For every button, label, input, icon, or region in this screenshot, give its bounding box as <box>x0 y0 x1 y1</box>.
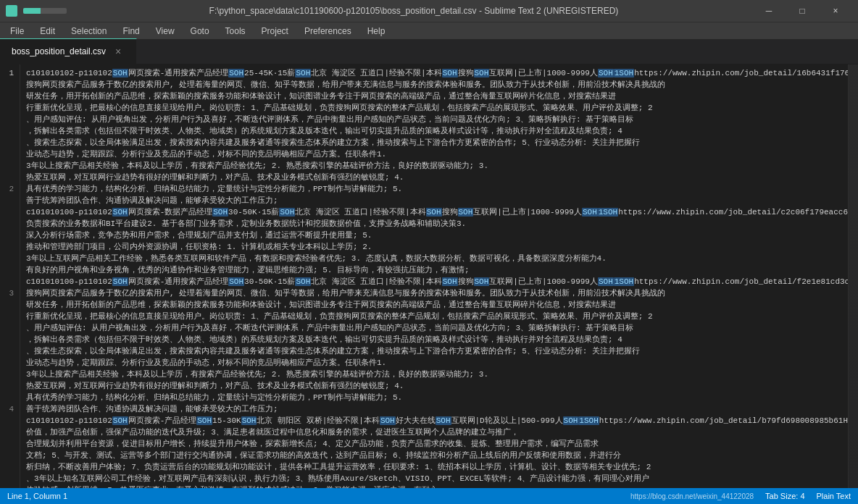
close-button[interactable]: × <box>819 0 852 22</box>
tabbar: boss_position_detail.csv × <box>0 39 858 64</box>
line-num-7 <box>0 137 14 148</box>
line-num-8 <box>0 148 14 160</box>
line-num-2-8 <box>0 264 14 276</box>
editor-main: 1 2 3 4 <box>0 64 858 488</box>
menu-edit[interactable]: Edit <box>33 25 62 38</box>
tab-label: boss_position_detail.csv <box>12 46 106 56</box>
code-line-3: c101010100-p110102SOH网页搜索-通用搜索产品经理SOH30-… <box>26 276 848 287</box>
code-line-2c: 深入分析行场需求，竞争态势和用户需求，合理规划产品并支付划，通过运营不断提升使用… <box>26 230 848 241</box>
line-num-1: 1 <box>0 67 14 79</box>
line-num-6 <box>0 125 14 137</box>
menu-view[interactable]: View <box>149 25 182 38</box>
window-title: F:\python_space\data\c101190600-p120105\… <box>75 6 752 16</box>
code-line-2b: 负责搜索的业务数据和BI平台建设2. 基于各部门业务需求，定制业务数据统计和挖掘… <box>26 218 848 230</box>
menubar: File Edit Selection Find View Goto Tools… <box>0 22 858 39</box>
line-num-2 <box>0 79 14 91</box>
code-line-1b: 搜狗网页搜索产品服务于数亿的搜索用户, 处理着海量的网页、微信、知乎等数据，给用… <box>26 79 848 91</box>
code-line-1c: 研发任务，用开拓创新的产品思维，探索新颖的搜索服务功能和体验设计，知识图谱业务专… <box>26 91 848 102</box>
menu-file[interactable]: File <box>3 25 31 38</box>
tab-size: Tab Size: 4 <box>765 492 804 500</box>
line-numbers: 1 2 3 4 <box>0 64 20 488</box>
title-progress <box>23 8 67 14</box>
app-icon <box>6 5 17 17</box>
code-line-4d: 文档; 5、与开发、测试、运营等多个部门进行交沟通协调，保证需求功能的高效迭代，… <box>26 450 848 461</box>
code-line-3i: 3年以上搜索产品相关经验，本科及以上学历，有搜索产品经验优先; 2. 熟悉搜索引… <box>26 369 848 380</box>
code-line-1g: 、搜索生态探索，以全局体验满足出发，搜索搜索内容共建及服务诸通等搜索生态体系的建… <box>26 137 848 148</box>
line-num-2-7 <box>0 253 14 264</box>
menu-selection[interactable]: Selection <box>64 25 114 38</box>
window-controls: ─ □ × <box>752 0 852 22</box>
line-num-4-6 <box>0 461 14 473</box>
line-num-4 <box>0 102 14 114</box>
line-num-2-6 <box>0 241 14 253</box>
code-line-1k: 具有优秀的学习能力，结构化分析、归纳和总结能力，定量统计与定性分析能力，PPT制… <box>26 183 848 195</box>
line-num-3-2 <box>0 299 14 311</box>
line-num-4-7 <box>0 473 14 484</box>
menu-find[interactable]: Find <box>115 25 146 38</box>
code-line-2e: 3年以上互联网产品相关工作经验，熟悉各类互联网和软件产品，有数据和搜索经验者优先… <box>26 253 848 264</box>
code-line-1j: 热爱互联网，对互联网行业趋势有很好的理解和判断力，对产品、技术及业务模式创新有强… <box>26 172 848 183</box>
line-num-3-8 <box>0 369 14 380</box>
code-line-4e: 析归纳，不断改善用户体验; 7、负责运营后台的功能规划和功能设计，提供各种工具提… <box>26 461 848 473</box>
code-line-4b: 价值，加强产品创新，强保产品功能的迭代及升级; 3、满足患者就医过程中信息化和服… <box>26 427 848 438</box>
code-line-3g: 、搜索生态探索，以全局体验满足出发，搜索搜索内容共建及服务诸通等搜索生态体系的建… <box>26 345 848 357</box>
code-line-4f: 、3年以上知名互联网公司工作经验，对互联网产品有深刻认识，执行力强; 3、熟练使… <box>26 473 848 484</box>
code-line-4: c101010102-p110102SOH网页搜索-产品经理SOH15-30KS… <box>26 415 848 427</box>
code-line-2f: 有良好的用户视角和业务视角，优秀的沟通协作和业务管理能力，逻辑思维能力强; 5.… <box>26 264 848 276</box>
titlebar: F:\python_space\data\c101190600-p120105\… <box>0 0 858 22</box>
code-line-3e: 、用户感知评估: 从用户视角出发，分析用户行为及喜好，不断迭代评测体系，产品中衡… <box>26 322 848 334</box>
code-line-1d: 行重新优化呈现，把最核心的信息直接呈现给用户。岗位职责: 1、产品基础规划，负责… <box>26 102 848 114</box>
menu-preferences[interactable]: Preferences <box>297 25 359 38</box>
watermark: https://blog.csdn.net/weixin_44122028 <box>630 492 754 500</box>
code-line-1e: 、用户感知评估: 从用户视角出发，分析用户行为及喜好，不断迭代评测体系，产品中衡… <box>26 114 848 125</box>
code-line-3k: 具有优秀的学习能力，结构化分析、归纳和总结能力，定量统计与定性分析能力，PPT制… <box>26 392 848 403</box>
code-line-3c: 研发任务，用开拓创新的产品思维，探索新颖的搜索服务功能和体验设计，知识图谱业务专… <box>26 299 848 311</box>
minimize-button[interactable]: ─ <box>752 0 786 22</box>
line-num-2-3 <box>0 206 14 218</box>
tab-csv[interactable]: boss_position_detail.csv × <box>0 38 137 64</box>
status-left: Line 1, Column 1 <box>7 492 67 500</box>
line-num-4-1: 4 <box>0 403 14 415</box>
code-line-1: c101010102-p110102SOH网页搜索-通用搜索产品经理SOH25-… <box>26 67 848 79</box>
line-num-2-9 <box>0 276 14 287</box>
code-line-3f: ，拆解出各类需求（包括但不限于时效类、人物类、地域类）的系统规划方案及版本迭代，… <box>26 334 848 345</box>
line-num-4-5 <box>0 450 14 461</box>
line-num-3-10 <box>0 392 14 403</box>
line-num-5 <box>0 114 14 125</box>
menu-help[interactable]: Help <box>360 25 393 38</box>
line-num-10 <box>0 172 14 183</box>
menu-tools[interactable]: Tools <box>218 25 253 38</box>
line-num-3-6 <box>0 345 14 357</box>
line-num-3 <box>0 91 14 102</box>
code-line-1f: ，拆解出各类需求（包括但不限于时效类、人物类、地域类）的系统规划方案及版本迭代，… <box>26 125 848 137</box>
code-line-1h: 业动态与趋势，定期跟踪、分析行业及竞品的手动态，对标不同的竞品明确相应产品方案。… <box>26 148 848 160</box>
line-num-3-4 <box>0 322 14 334</box>
line-num-2-1: 2 <box>0 183 14 195</box>
line-num-2-5 <box>0 230 14 241</box>
code-area[interactable]: c101010102-p110102SOH网页搜索-通用搜索产品经理SOH25-… <box>20 64 848 488</box>
code-line-2: c101010100-p110102SOH网页搜索-数据产品经理SOH30-50… <box>26 206 848 218</box>
code-line-1l: 善于统筹跨团队合作、沟通协调及解决问题，能够承受较大的工作压力; <box>26 195 848 206</box>
code-line-3b: 搜狗网页搜索产品服务于数亿的搜索用户, 处理着海量的网页、微信、知乎等数据，给用… <box>26 287 848 299</box>
line-num-3-3 <box>0 311 14 322</box>
code-line-3j: 热爱互联网，对互联网行业趋势有很好的理解和判断力，对产品、技术及业务模式创新有强… <box>26 380 848 392</box>
statusbar: Line 1, Column 1 https://blog.csdn.net/w… <box>0 488 858 504</box>
encoding: Plain Text <box>817 492 851 500</box>
line-num-3-9 <box>0 380 14 392</box>
code-line-2d: 推动和管理跨部门项目，公司内外资源协调，任职资格: 1. 计算机或相关专业本科以… <box>26 241 848 253</box>
code-line-4g: 体验敏感，创新思维; 5、热爱医疗事业，有爱心和激情，有强烈的成就感冲动; 6、… <box>26 484 848 488</box>
code-line-1i: 3年以上搜索产品相关经验，本科及以上学历，有搜索产品经验优先; 2. 熟悉搜索引… <box>26 160 848 172</box>
line-num-3-7 <box>0 357 14 369</box>
menu-goto[interactable]: Goto <box>183 25 217 38</box>
tab-close-button[interactable]: × <box>112 45 125 58</box>
code-line-3h: 业动态与趋势，定期跟踪、分析行业及竞品的手动态，对标不同的竞品明确相应产品方案。… <box>26 357 848 369</box>
maximize-button[interactable]: □ <box>786 0 819 22</box>
line-num-3-5 <box>0 334 14 345</box>
minimap[interactable] <box>849 64 858 488</box>
line-num-2-2 <box>0 195 14 206</box>
line-num-4-8 <box>0 484 14 488</box>
minimap-area <box>848 64 858 488</box>
line-num-2-4 <box>0 218 14 230</box>
menu-project[interactable]: Project <box>254 25 296 38</box>
line-num-4-2 <box>0 415 14 427</box>
